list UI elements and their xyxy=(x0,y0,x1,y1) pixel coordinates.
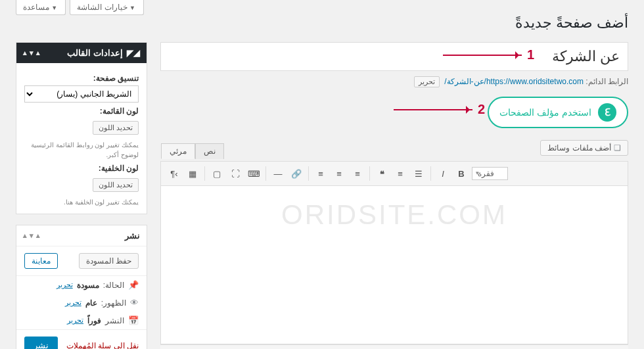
move-to-trash-link[interactable]: نقل إلى سلة المُهملات xyxy=(66,341,139,350)
layout-label: تنسيق صفحة: xyxy=(24,74,139,83)
edit-visibility-link[interactable]: تحرير xyxy=(65,298,81,307)
add-media-button[interactable]: ❏ أضف ملفات وسائط xyxy=(540,140,628,156)
screen-options-tab[interactable]: ▼ خيارات الشاشة xyxy=(70,0,144,15)
toggle-down-icon[interactable]: ▾ xyxy=(30,49,34,57)
composer-icon: ℇ xyxy=(598,103,616,122)
help-tab[interactable]: ▼ مساعدة xyxy=(16,0,66,15)
align-left-icon[interactable]: ≡ xyxy=(313,166,329,181)
editor-status-bar: عدد الكلمات: 0 تمّ حفظ المسودة 8:41:38 ص xyxy=(160,344,628,349)
edit-schedule-link[interactable]: تحرير xyxy=(67,316,83,325)
publish-button[interactable]: نشر xyxy=(24,337,58,349)
toolbar-toggle-icon[interactable]: ▦ xyxy=(185,166,200,181)
watermark: ORIDSITE.COM xyxy=(281,199,507,231)
more-icon[interactable]: — xyxy=(270,166,286,181)
screen-icon[interactable]: ▢ xyxy=(209,166,225,181)
theme-icon: ◢◤ xyxy=(127,48,140,58)
menu-color-button[interactable]: تحديد اللون xyxy=(93,121,139,135)
eye-icon: 👁 xyxy=(130,298,139,308)
bold-icon[interactable]: B xyxy=(453,166,469,181)
bg-color-button[interactable]: تحديد اللون xyxy=(93,178,139,192)
align-center-icon[interactable]: ≡ xyxy=(331,166,347,181)
editor-content[interactable]: ORIDSITE.COM xyxy=(161,186,628,344)
use-page-composer-button[interactable]: ℇ استخدم مؤلف الصفحات xyxy=(488,97,628,128)
link-icon[interactable]: 🔗 xyxy=(288,166,304,181)
schedule-row: 📅 النشر فوراً تحرير xyxy=(16,312,147,329)
italic-icon[interactable]: I xyxy=(435,166,451,181)
calendar-icon: 📅 xyxy=(128,315,139,325)
pin-icon: 📌 xyxy=(128,280,139,290)
toggle-collapse-icon[interactable]: ▴ xyxy=(23,49,27,57)
editor-toolbar: ¶‹ ▦ ▢ ⛶ ⌨ — 🔗 ≡ ≡ ≡ ❝ ≡ ☰ xyxy=(161,162,628,186)
menu-color-hint: يمكنك تغيير لون روابط القائمة الرئيسية ل… xyxy=(24,140,139,160)
media-icon: ❏ xyxy=(614,143,621,152)
toggle-up-icon[interactable]: ▴ xyxy=(36,231,40,240)
edit-slug-button[interactable]: تحرير xyxy=(414,76,440,87)
bg-color-hint: يمكنك تغيير لون الخلفية هنا. xyxy=(24,197,139,207)
page-title-input[interactable] xyxy=(160,42,628,71)
pilcrow-icon[interactable]: ¶‹ xyxy=(166,166,182,181)
permalink-row: الرابط الدائم: https://www.oridsitetwo.c… xyxy=(160,76,628,87)
edit-status-link[interactable]: تحرير xyxy=(57,281,73,289)
fullscreen-icon[interactable]: ⛶ xyxy=(227,166,243,181)
layout-select[interactable]: الشريط الجانبي (يسار) xyxy=(24,85,139,103)
menu-color-label: لون القائمة: xyxy=(24,106,139,116)
visibility-row: 👁 الظهور: عام تحرير xyxy=(16,294,147,312)
bg-color-label: لون الخلفية: xyxy=(24,164,139,173)
toggle-down-icon[interactable]: ▾ xyxy=(30,231,34,240)
status-row: 📌 الحالة: مسودة تحرير xyxy=(16,276,147,294)
publish-box: نشر ▴▾▴ حفظ المسودة معاينة 📌 الحالة: مسو… xyxy=(16,225,147,349)
format-select[interactable]: فقرة xyxy=(472,167,508,180)
editor-tab-text[interactable]: نص xyxy=(195,143,224,159)
theme-settings-box: ◢◤إعدادات القالب ▴▾▴ تنسيق صفحة: الشريط … xyxy=(16,42,147,214)
editor-tab-visual[interactable]: مرئي xyxy=(161,143,195,159)
preview-button[interactable]: معاينة xyxy=(24,253,58,269)
quote-icon[interactable]: ❝ xyxy=(374,166,390,181)
permalink-url[interactable]: https://www.oridsitetwo.com/عن-الشركة/ xyxy=(444,77,584,86)
toggle-up-icon[interactable]: ▴ xyxy=(36,49,40,57)
save-draft-button[interactable]: حفظ المسودة xyxy=(79,253,139,269)
toggle-collapse-icon[interactable]: ▴ xyxy=(23,231,27,240)
list-ol-icon[interactable]: ≡ xyxy=(392,166,408,181)
align-right-icon[interactable]: ≡ xyxy=(350,166,365,181)
keyboard-icon[interactable]: ⌨ xyxy=(246,166,262,181)
list-ul-icon[interactable]: ☰ xyxy=(411,166,426,181)
